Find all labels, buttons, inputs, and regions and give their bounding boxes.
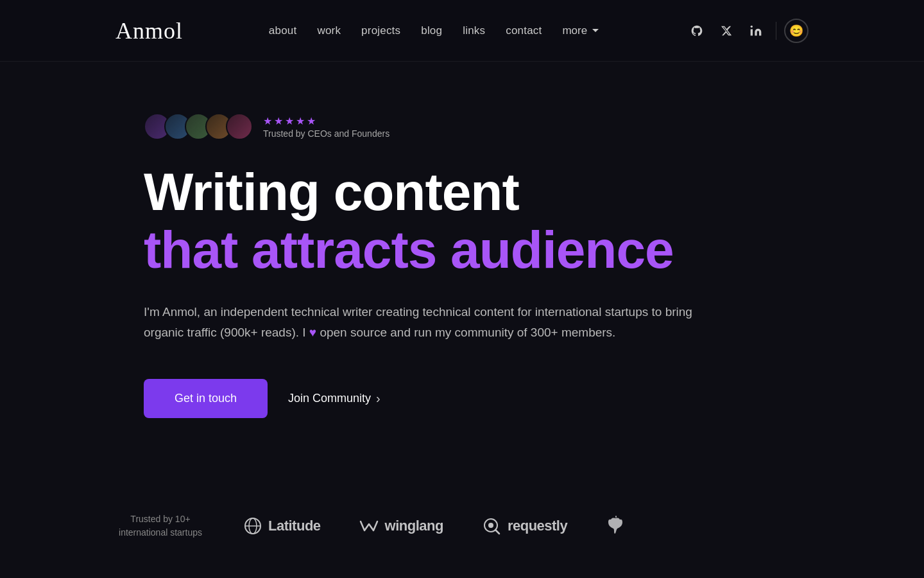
latitude-logo: Latitude [244, 517, 321, 535]
trust-label: Trusted by CEOs and Founders [263, 128, 389, 139]
requestly-text: requestly [508, 518, 567, 534]
hero-description: I'm Anmol, an independent technical writ… [144, 302, 702, 342]
winglang-logo: winglang [359, 518, 443, 534]
theme-icon: 😊 [789, 24, 803, 38]
logo[interactable]: Anmol [116, 17, 183, 44]
twitter-x-icon[interactable] [714, 19, 739, 43]
chevron-right-icon: › [376, 391, 381, 406]
cta-row: Get in touch Join Community › [144, 378, 780, 419]
nav-more[interactable]: more [562, 24, 599, 37]
theme-toggle[interactable]: 😊 [784, 19, 809, 43]
nav-divider [776, 22, 776, 40]
nav-links: about work projects blog links contact m… [269, 24, 599, 37]
trust-row: ★ ★ ★ ★ ★ Trusted by CEOs and Founders [144, 113, 780, 140]
star-icon: ★ [296, 115, 305, 127]
nav-links[interactable]: links [463, 24, 485, 37]
hero-section: ★ ★ ★ ★ ★ Trusted by CEOs and Founders W… [0, 0, 924, 419]
star-icon: ★ [274, 115, 283, 127]
navbar: Anmol about work projects blog links con… [0, 0, 924, 62]
star-icon: ★ [263, 115, 272, 127]
star-icon: ★ [285, 115, 294, 127]
trusted-label: Trusted by 10+ international startups [116, 512, 205, 539]
hero-heading-line2: that attracts audience [144, 221, 780, 279]
github-icon[interactable] [685, 19, 709, 43]
heart-icon: ♥ [309, 326, 316, 339]
nav-contact[interactable]: contact [506, 24, 542, 37]
nav-work[interactable]: work [317, 24, 341, 37]
pepper-logo [606, 516, 626, 536]
nav-about[interactable]: about [269, 24, 297, 37]
trusted-section: Trusted by 10+ international startups La… [0, 512, 924, 539]
nav-projects[interactable]: projects [361, 24, 400, 37]
nav-blog[interactable]: blog [421, 24, 442, 37]
hero-heading-line1: Writing content [144, 163, 780, 221]
winglang-text: winglang [385, 518, 443, 534]
trusted-logos: Latitude winglang requestly [244, 516, 809, 536]
chevron-down-icon [592, 29, 599, 32]
star-icon: ★ [307, 115, 316, 127]
hero-heading: Writing content that attracts audience [144, 163, 780, 279]
latitude-text: Latitude [268, 518, 321, 534]
avatar [226, 113, 253, 140]
svg-line-6 [495, 530, 499, 534]
join-community-button[interactable]: Join Community › [288, 378, 381, 419]
linkedin-icon[interactable] [744, 19, 768, 43]
svg-point-0 [751, 25, 753, 27]
avatar-stack [144, 113, 253, 140]
nav-social: 😊 [685, 19, 809, 43]
get-in-touch-button[interactable]: Get in touch [144, 379, 268, 418]
svg-point-5 [488, 523, 493, 528]
trust-info: ★ ★ ★ ★ ★ Trusted by CEOs and Founders [263, 115, 389, 139]
star-rating: ★ ★ ★ ★ ★ [263, 115, 389, 127]
requestly-logo: requestly [482, 516, 567, 536]
